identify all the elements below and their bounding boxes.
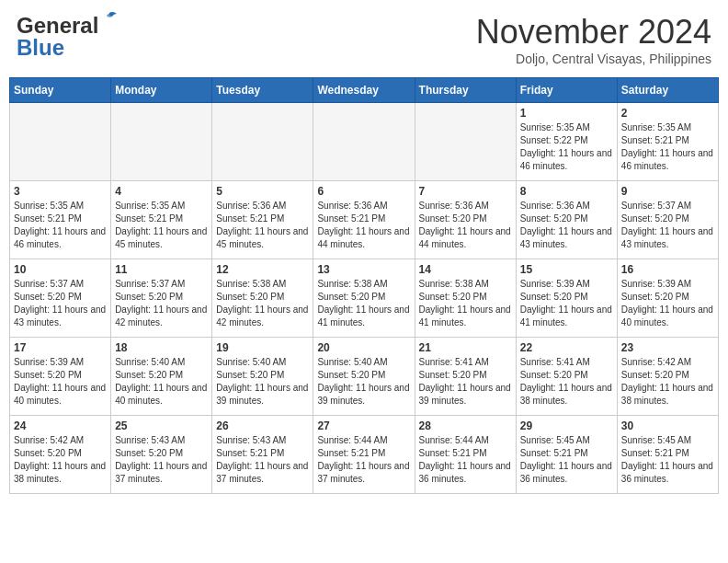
day-number: 17 — [14, 341, 107, 354]
day-info: Sunrise: 5:37 AM Sunset: 5:20 PM Dayligh… — [14, 278, 107, 329]
weekday-header-wednesday: Wednesday — [313, 78, 415, 103]
day-number: 30 — [621, 419, 714, 432]
calendar-cell: 7Sunrise: 5:36 AM Sunset: 5:20 PM Daylig… — [415, 181, 516, 259]
calendar-cell: 20Sunrise: 5:40 AM Sunset: 5:20 PM Dayli… — [313, 338, 415, 416]
day-info: Sunrise: 5:42 AM Sunset: 5:20 PM Dayligh… — [14, 434, 107, 486]
calendar-cell: 14Sunrise: 5:38 AM Sunset: 5:20 PM Dayli… — [415, 259, 516, 338]
calendar-cell: 9Sunrise: 5:37 AM Sunset: 5:20 PM Daylig… — [617, 181, 718, 259]
day-number: 12 — [216, 263, 309, 276]
calendar-cell: 21Sunrise: 5:41 AM Sunset: 5:20 PM Dayli… — [415, 338, 516, 416]
logo-general: General — [17, 13, 98, 38]
calendar-cell: 18Sunrise: 5:40 AM Sunset: 5:20 PM Dayli… — [111, 338, 212, 416]
logo-bird-icon — [98, 9, 119, 29]
day-number: 4 — [115, 185, 208, 198]
calendar-cell: 30Sunrise: 5:45 AM Sunset: 5:21 PM Dayli… — [617, 416, 718, 494]
day-number: 14 — [419, 263, 512, 276]
calendar-week-4: 24Sunrise: 5:42 AM Sunset: 5:20 PM Dayli… — [10, 416, 719, 494]
day-number: 26 — [216, 419, 309, 432]
calendar-week-2: 10Sunrise: 5:37 AM Sunset: 5:20 PM Dayli… — [10, 259, 719, 338]
day-info: Sunrise: 5:37 AM Sunset: 5:20 PM Dayligh… — [115, 278, 208, 329]
title-section: November 2024 Doljo, Central Visayas, Ph… — [476, 13, 711, 66]
day-info: Sunrise: 5:40 AM Sunset: 5:20 PM Dayligh… — [216, 356, 309, 408]
calendar-cell: 2Sunrise: 5:35 AM Sunset: 5:21 PM Daylig… — [617, 103, 718, 181]
day-info: Sunrise: 5:40 AM Sunset: 5:20 PM Dayligh… — [115, 356, 208, 408]
calendar-cell: 12Sunrise: 5:38 AM Sunset: 5:20 PM Dayli… — [212, 259, 313, 338]
day-info: Sunrise: 5:35 AM Sunset: 5:21 PM Dayligh… — [621, 121, 714, 173]
calendar-week-0: 1Sunrise: 5:35 AM Sunset: 5:22 PM Daylig… — [10, 103, 719, 181]
calendar-cell: 27Sunrise: 5:44 AM Sunset: 5:21 PM Dayli… — [313, 416, 415, 494]
logo-blue: Blue — [17, 35, 64, 61]
month-title: November 2024 — [476, 13, 711, 52]
calendar-cell: 24Sunrise: 5:42 AM Sunset: 5:20 PM Dayli… — [10, 416, 111, 494]
calendar-cell: 6Sunrise: 5:36 AM Sunset: 5:21 PM Daylig… — [313, 181, 415, 259]
day-info: Sunrise: 5:42 AM Sunset: 5:20 PM Dayligh… — [621, 356, 714, 408]
day-number: 16 — [621, 263, 714, 276]
day-number: 23 — [621, 341, 714, 354]
day-info: Sunrise: 5:35 AM Sunset: 5:22 PM Dayligh… — [520, 121, 613, 173]
calendar-cell: 19Sunrise: 5:40 AM Sunset: 5:20 PM Dayli… — [212, 338, 313, 416]
logo: General Blue — [17, 13, 98, 61]
day-info: Sunrise: 5:35 AM Sunset: 5:21 PM Dayligh… — [14, 200, 107, 251]
calendar-cell: 4Sunrise: 5:35 AM Sunset: 5:21 PM Daylig… — [111, 181, 212, 259]
weekday-header-sunday: Sunday — [10, 78, 111, 103]
calendar-cell: 29Sunrise: 5:45 AM Sunset: 5:21 PM Dayli… — [516, 416, 617, 494]
day-number: 24 — [14, 419, 107, 432]
day-info: Sunrise: 5:43 AM Sunset: 5:20 PM Dayligh… — [115, 434, 208, 486]
day-info: Sunrise: 5:35 AM Sunset: 5:21 PM Dayligh… — [115, 200, 208, 251]
calendar-cell — [415, 103, 516, 181]
calendar-cell: 28Sunrise: 5:44 AM Sunset: 5:21 PM Dayli… — [415, 416, 516, 494]
calendar-cell: 13Sunrise: 5:38 AM Sunset: 5:20 PM Dayli… — [313, 259, 415, 338]
day-number: 9 — [621, 185, 714, 198]
day-info: Sunrise: 5:36 AM Sunset: 5:21 PM Dayligh… — [216, 200, 309, 251]
day-number: 6 — [317, 185, 410, 198]
calendar-body: 1Sunrise: 5:35 AM Sunset: 5:22 PM Daylig… — [10, 103, 719, 494]
calendar-cell: 16Sunrise: 5:39 AM Sunset: 5:20 PM Dayli… — [617, 259, 718, 338]
weekday-header-saturday: Saturday — [617, 78, 718, 103]
day-number: 25 — [115, 419, 208, 432]
day-number: 22 — [520, 341, 613, 354]
calendar-cell: 26Sunrise: 5:43 AM Sunset: 5:21 PM Dayli… — [212, 416, 313, 494]
calendar-cell: 17Sunrise: 5:39 AM Sunset: 5:20 PM Dayli… — [10, 338, 111, 416]
day-number: 18 — [115, 341, 208, 354]
day-info: Sunrise: 5:36 AM Sunset: 5:21 PM Dayligh… — [317, 200, 410, 251]
calendar-cell: 3Sunrise: 5:35 AM Sunset: 5:21 PM Daylig… — [10, 181, 111, 259]
calendar-week-1: 3Sunrise: 5:35 AM Sunset: 5:21 PM Daylig… — [10, 181, 719, 259]
day-number: 11 — [115, 263, 208, 276]
day-number: 27 — [317, 419, 410, 432]
day-info: Sunrise: 5:38 AM Sunset: 5:20 PM Dayligh… — [216, 278, 309, 329]
day-number: 7 — [419, 185, 512, 198]
calendar-cell: 11Sunrise: 5:37 AM Sunset: 5:20 PM Dayli… — [111, 259, 212, 338]
calendar-cell: 23Sunrise: 5:42 AM Sunset: 5:20 PM Dayli… — [617, 338, 718, 416]
day-info: Sunrise: 5:39 AM Sunset: 5:20 PM Dayligh… — [520, 278, 613, 329]
calendar-header-row: SundayMondayTuesdayWednesdayThursdayFrid… — [10, 78, 719, 103]
day-number: 20 — [317, 341, 410, 354]
calendar-cell: 8Sunrise: 5:36 AM Sunset: 5:20 PM Daylig… — [516, 181, 617, 259]
day-info: Sunrise: 5:39 AM Sunset: 5:20 PM Dayligh… — [14, 356, 107, 408]
day-number: 1 — [520, 107, 613, 120]
day-number: 29 — [520, 419, 613, 432]
day-number: 8 — [520, 185, 613, 198]
day-info: Sunrise: 5:38 AM Sunset: 5:20 PM Dayligh… — [317, 278, 410, 329]
weekday-header-friday: Friday — [516, 78, 617, 103]
day-info: Sunrise: 5:43 AM Sunset: 5:21 PM Dayligh… — [216, 434, 309, 486]
day-info: Sunrise: 5:36 AM Sunset: 5:20 PM Dayligh… — [520, 200, 613, 251]
day-info: Sunrise: 5:37 AM Sunset: 5:20 PM Dayligh… — [621, 200, 714, 251]
day-number: 3 — [14, 185, 107, 198]
day-number: 5 — [216, 185, 309, 198]
day-info: Sunrise: 5:41 AM Sunset: 5:20 PM Dayligh… — [520, 356, 613, 408]
weekday-header-monday: Monday — [111, 78, 212, 103]
day-info: Sunrise: 5:45 AM Sunset: 5:21 PM Dayligh… — [520, 434, 613, 486]
calendar-cell — [10, 103, 111, 181]
day-info: Sunrise: 5:38 AM Sunset: 5:20 PM Dayligh… — [419, 278, 512, 329]
calendar-cell — [111, 103, 212, 181]
day-number: 19 — [216, 341, 309, 354]
day-number: 10 — [14, 263, 107, 276]
day-number: 15 — [520, 263, 613, 276]
calendar-cell: 1Sunrise: 5:35 AM Sunset: 5:22 PM Daylig… — [516, 103, 617, 181]
day-info: Sunrise: 5:41 AM Sunset: 5:20 PM Dayligh… — [419, 356, 512, 408]
calendar-cell — [212, 103, 313, 181]
calendar-cell — [313, 103, 415, 181]
day-number: 28 — [419, 419, 512, 432]
calendar-cell: 22Sunrise: 5:41 AM Sunset: 5:20 PM Dayli… — [516, 338, 617, 416]
day-info: Sunrise: 5:36 AM Sunset: 5:20 PM Dayligh… — [419, 200, 512, 251]
